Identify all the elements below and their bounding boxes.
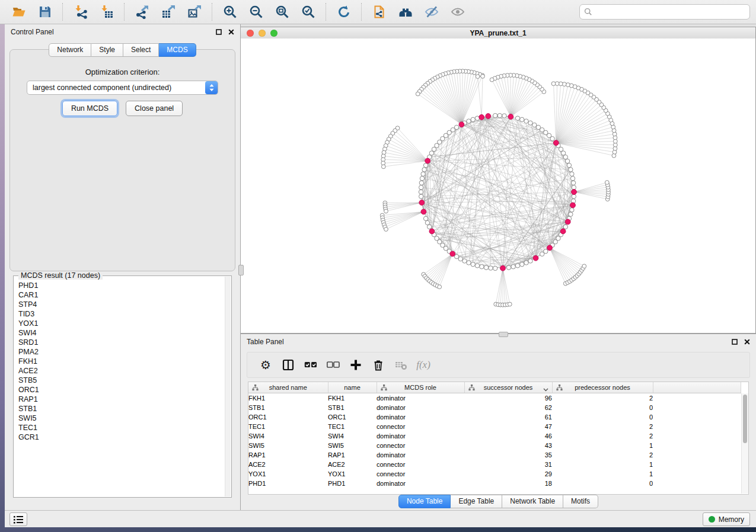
close-panel-icon[interactable] bbox=[228, 29, 234, 36]
mcds-result-item[interactable]: SWI5 bbox=[14, 414, 225, 423]
refresh-icon[interactable] bbox=[336, 4, 352, 20]
toolbar-separator bbox=[326, 3, 327, 21]
table-row[interactable]: SWI5SWI5connector431 bbox=[248, 441, 741, 450]
mcds-result-item[interactable]: YOX1 bbox=[14, 319, 225, 328]
zoom-selected-icon[interactable] bbox=[301, 4, 316, 20]
table-row[interactable]: RAP1RAP1dominator352 bbox=[248, 450, 741, 460]
mcds-result-item[interactable]: PMA2 bbox=[14, 347, 225, 357]
network-view-titlebar: YPA_prune.txt_1 bbox=[241, 27, 755, 39]
control-panel: Control Panel Network Style Select MCDS … bbox=[5, 24, 241, 511]
horizontal-splitter-handle[interactable] bbox=[499, 332, 508, 337]
global-search bbox=[579, 4, 750, 20]
mcds-result-item[interactable]: STB1 bbox=[14, 404, 225, 414]
mcds-result-item[interactable]: TID3 bbox=[14, 309, 225, 319]
table-row[interactable]: ORC1ORC1dominator610 bbox=[248, 412, 741, 422]
float-panel-icon[interactable] bbox=[731, 339, 738, 345]
export-table-icon[interactable] bbox=[161, 4, 176, 20]
table-row[interactable]: TEC1TEC1connector472 bbox=[248, 422, 741, 431]
toolbar-separator bbox=[361, 3, 362, 21]
network-view-title: YPA_prune.txt_1 bbox=[470, 29, 526, 37]
export-network-icon[interactable] bbox=[135, 4, 150, 20]
tab-motifs[interactable]: Motifs bbox=[563, 495, 598, 508]
toggle-columns-icon[interactable] bbox=[280, 358, 296, 372]
zoom-in-icon[interactable] bbox=[222, 4, 238, 20]
tab-mcds[interactable]: MCDS bbox=[159, 43, 196, 57]
toolbar-separator bbox=[124, 3, 125, 21]
mcds-result-item[interactable]: RAP1 bbox=[14, 395, 225, 404]
show-hidden-icon[interactable] bbox=[450, 4, 465, 20]
vertical-splitter-handle[interactable] bbox=[238, 265, 244, 275]
window-close-traffic-light[interactable] bbox=[247, 30, 254, 37]
column-type-icon bbox=[252, 384, 259, 392]
mcds-result-item[interactable]: STP4 bbox=[14, 300, 225, 309]
tab-edge-table[interactable]: Edge Table bbox=[451, 495, 502, 508]
window-maximize-traffic-light[interactable] bbox=[270, 30, 277, 37]
settings-gear-icon[interactable]: ⚙ bbox=[258, 358, 273, 372]
clone-network-icon[interactable] bbox=[372, 4, 387, 20]
mcds-result-list: PHD1CAR1STP4TID3YOX1SWI4SRD1PMA2FKH1ACE2… bbox=[14, 281, 225, 496]
table-scrollbar-thumb[interactable] bbox=[743, 395, 747, 443]
close-panel-button[interactable]: Close panel bbox=[126, 101, 183, 116]
column-header-successor-nodes[interactable]: successor nodes bbox=[464, 382, 552, 393]
mcds-result-item[interactable]: ACE2 bbox=[14, 366, 225, 376]
mcds-result-box: MCDS result (17 nodes) PHD1CAR1STP4TID3Y… bbox=[13, 275, 232, 498]
mcds-result-item[interactable]: TEC1 bbox=[14, 423, 225, 432]
mcds-result-title: MCDS result (17 nodes) bbox=[18, 271, 103, 280]
window-minimize-traffic-light[interactable] bbox=[259, 30, 266, 37]
select-all-checkboxes-icon[interactable] bbox=[303, 358, 318, 372]
table-row[interactable]: SWI4SWI4dominator462 bbox=[248, 431, 741, 441]
table-row[interactable]: ACE2ACE2connector311 bbox=[248, 460, 741, 469]
column-header-shared-name[interactable]: shared name bbox=[248, 382, 328, 393]
task-history-button[interactable] bbox=[9, 512, 27, 526]
column-header-mcds-role[interactable]: MCDS role bbox=[377, 382, 464, 393]
tab-style[interactable]: Style bbox=[91, 43, 123, 57]
tab-select[interactable]: Select bbox=[123, 43, 159, 57]
network-canvas[interactable] bbox=[241, 39, 755, 333]
column-header-predecessor-nodes[interactable]: predecessor nodes bbox=[552, 382, 653, 393]
mcds-result-item[interactable]: CAR1 bbox=[14, 290, 225, 300]
tab-network-table[interactable]: Network Table bbox=[502, 495, 563, 508]
mcds-list-scrollbar[interactable] bbox=[225, 277, 231, 496]
memory-button[interactable]: Memory bbox=[703, 512, 750, 526]
zoom-out-icon[interactable] bbox=[248, 4, 264, 20]
delete-column-icon[interactable] bbox=[371, 358, 386, 372]
column-header-name[interactable]: name bbox=[328, 382, 377, 393]
mcds-result-item[interactable]: SRD1 bbox=[14, 338, 225, 347]
float-panel-icon[interactable] bbox=[215, 29, 222, 36]
hide-selected-icon[interactable] bbox=[424, 4, 439, 20]
optimization-criterion-select[interactable]: largest connected component (undirected) bbox=[27, 81, 218, 95]
close-panel-icon[interactable] bbox=[744, 339, 750, 345]
import-table-icon[interactable] bbox=[99, 4, 114, 20]
memory-status-icon bbox=[709, 516, 715, 523]
table-scrollbar[interactable] bbox=[741, 393, 748, 493]
deselect-all-checkboxes-icon[interactable] bbox=[326, 358, 341, 372]
export-image-icon[interactable] bbox=[187, 4, 202, 20]
tab-network[interactable]: Network bbox=[49, 43, 91, 57]
network-view-window: YPA_prune.txt_1 bbox=[241, 27, 756, 334]
add-column-icon[interactable] bbox=[348, 358, 363, 372]
mcds-result-item[interactable]: PHD1 bbox=[14, 281, 225, 290]
run-mcds-button[interactable]: Run MCDS bbox=[62, 101, 117, 116]
table-header-row: shared name name MCDS role successor nod… bbox=[248, 382, 741, 393]
import-network-icon[interactable] bbox=[73, 4, 88, 20]
column-type-icon bbox=[556, 384, 563, 392]
mcds-result-item[interactable]: SWI4 bbox=[14, 328, 225, 338]
save-session-icon[interactable] bbox=[37, 4, 53, 20]
table-row[interactable]: FKH1FKH1dominator962 bbox=[248, 393, 741, 403]
zoom-fit-icon[interactable] bbox=[275, 4, 290, 20]
table-row[interactable]: YOX1YOX1connector291 bbox=[248, 469, 741, 479]
mcds-result-item[interactable]: FKH1 bbox=[14, 357, 225, 366]
right-pane: YPA_prune.txt_1 Table Panel ⚙ bbox=[241, 24, 756, 511]
mcds-result-item[interactable]: STB5 bbox=[14, 376, 225, 385]
toolbar-separator bbox=[212, 3, 213, 21]
delete-table-icon[interactable] bbox=[393, 358, 409, 372]
mcds-result-item[interactable]: ORC1 bbox=[14, 385, 225, 395]
open-file-icon[interactable] bbox=[11, 4, 27, 20]
tab-node-table[interactable]: Node Table bbox=[398, 495, 451, 508]
table-row[interactable]: STB1STB1dominator620 bbox=[248, 403, 741, 412]
function-builder-icon[interactable]: f(x) bbox=[416, 358, 431, 372]
mcds-result-item[interactable]: GCR1 bbox=[14, 432, 225, 442]
search-input[interactable] bbox=[595, 7, 745, 17]
table-row[interactable]: PHD1PHD1dominator180 bbox=[248, 479, 741, 488]
search-binoculars-icon[interactable] bbox=[398, 4, 413, 20]
